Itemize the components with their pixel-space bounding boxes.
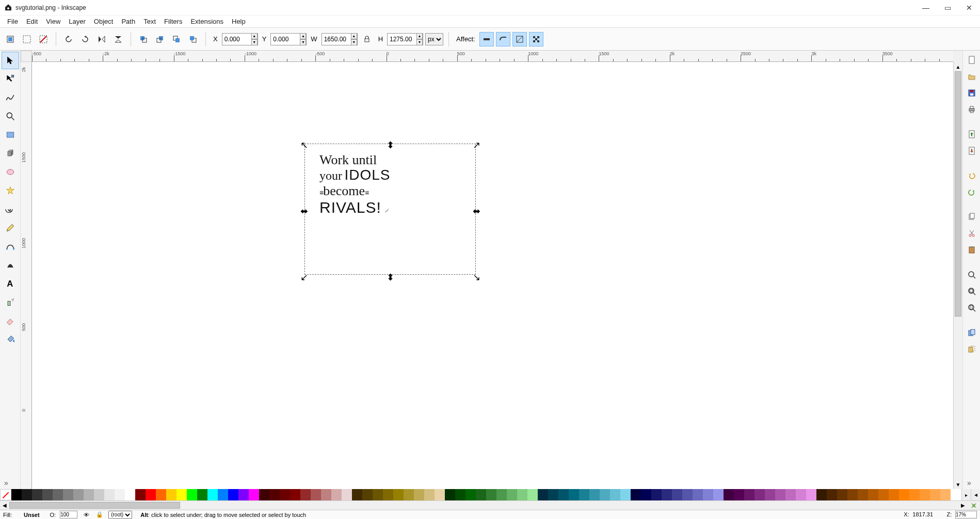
raise-top-button[interactable] <box>136 32 151 46</box>
color-swatch[interactable] <box>331 489 342 500</box>
handle-e[interactable]: ⬌ <box>473 206 480 213</box>
color-swatch[interactable] <box>631 489 641 500</box>
handle-s[interactable]: ⬍ <box>387 272 394 279</box>
vertical-scrollbar[interactable]: ▲ ▼ <box>953 62 962 489</box>
color-swatch[interactable] <box>775 489 785 500</box>
color-swatch[interactable] <box>84 489 94 500</box>
opacity-input[interactable] <box>60 511 77 518</box>
y-input[interactable]: ▲▼ <box>270 33 307 45</box>
color-swatch[interactable] <box>115 489 125 500</box>
color-swatch[interactable] <box>207 489 218 500</box>
color-swatch[interactable] <box>197 489 207 500</box>
scroll-thumb-v[interactable] <box>955 71 961 317</box>
copy-button[interactable] <box>965 210 979 224</box>
color-swatch[interactable] <box>569 489 579 500</box>
affect-corners-button[interactable] <box>496 32 510 46</box>
color-swatch[interactable] <box>558 489 569 500</box>
text-tool[interactable]: A <box>2 275 19 292</box>
tweak-tool[interactable] <box>2 89 19 106</box>
toolbox-more-icon[interactable]: » <box>4 479 8 487</box>
color-swatch[interactable] <box>527 489 538 500</box>
color-swatch[interactable] <box>73 489 84 500</box>
menu-path[interactable]: Path <box>117 17 139 26</box>
menu-filters[interactable]: Filters <box>160 17 186 26</box>
quick-zoom-icon[interactable] <box>968 501 980 510</box>
menu-help[interactable]: Help <box>228 17 250 26</box>
color-swatch[interactable] <box>352 489 362 500</box>
handle-n[interactable]: ⬍ <box>387 139 394 147</box>
color-swatch[interactable] <box>538 489 548 500</box>
color-swatch[interactable] <box>269 489 280 500</box>
cut-button[interactable] <box>965 226 979 241</box>
zoom-selection-button[interactable] <box>965 268 979 282</box>
close-button[interactable]: ✕ <box>965 3 974 12</box>
color-swatch[interactable] <box>465 489 476 500</box>
ruler-horizontal[interactable]: -500-2k-1500-1000-5000500100015002k25003… <box>32 51 953 62</box>
color-swatch[interactable] <box>796 489 806 500</box>
scroll-down-icon[interactable]: ▼ <box>954 480 962 489</box>
horizontal-scrollbar[interactable]: ◀ ▶ <box>0 500 980 510</box>
3dbox-tool[interactable] <box>2 145 19 162</box>
color-swatch[interactable] <box>899 489 909 500</box>
select-all-layers-button[interactable] <box>3 32 18 46</box>
scroll-right-icon[interactable]: ▶ <box>958 501 968 510</box>
color-swatch[interactable] <box>373 489 383 500</box>
color-swatch[interactable] <box>517 489 527 500</box>
selector-tool[interactable] <box>2 52 19 69</box>
zoom-tool[interactable] <box>2 107 19 125</box>
color-swatch[interactable] <box>693 489 703 500</box>
rotate-ccw-button[interactable] <box>61 32 76 46</box>
color-swatch[interactable] <box>496 489 507 500</box>
handle-w[interactable]: ⬌ <box>300 206 308 213</box>
save-button[interactable] <box>965 86 979 100</box>
node-tool[interactable] <box>2 70 19 88</box>
color-swatch[interactable] <box>63 489 73 500</box>
color-swatch[interactable] <box>548 489 558 500</box>
handle-se[interactable]: ↘ <box>473 272 480 279</box>
color-swatch[interactable] <box>589 489 600 500</box>
handle-ne[interactable]: ↗ <box>473 139 480 147</box>
rectangle-tool[interactable] <box>2 126 19 144</box>
bucket-tool[interactable] <box>2 331 19 348</box>
color-swatch[interactable] <box>507 489 517 500</box>
commands-more-icon[interactable]: » <box>967 479 971 487</box>
pencil-tool[interactable] <box>2 219 19 237</box>
star-tool[interactable] <box>2 182 19 199</box>
color-swatch[interactable] <box>878 489 889 500</box>
menu-text[interactable]: Text <box>139 17 160 26</box>
ellipse-tool[interactable] <box>2 163 19 181</box>
color-swatch[interactable] <box>672 489 682 500</box>
ruler-vertical[interactable]: 2k150010005000 <box>21 62 32 489</box>
layer-lock-toggle[interactable]: 🔒 <box>95 511 104 519</box>
flip-vertical-button[interactable] <box>111 32 125 46</box>
color-swatch[interactable] <box>362 489 373 500</box>
color-swatch[interactable] <box>280 489 290 500</box>
color-swatch[interactable] <box>22 489 32 500</box>
color-swatch[interactable] <box>455 489 465 500</box>
x-input[interactable]: ▲▼ <box>222 33 258 45</box>
flip-horizontal-button[interactable] <box>94 32 109 46</box>
color-swatch[interactable] <box>290 489 300 500</box>
color-swatch[interactable] <box>166 489 176 500</box>
deselect-button[interactable] <box>36 32 51 46</box>
fill-value[interactable]: Unset <box>24 512 40 518</box>
color-swatch[interactable] <box>104 489 115 500</box>
color-swatch[interactable] <box>238 489 249 500</box>
color-swatch[interactable] <box>135 489 146 500</box>
eraser-tool[interactable] <box>2 312 19 329</box>
spiral-tool[interactable] <box>2 200 19 218</box>
no-fill-swatch[interactable] <box>0 489 11 500</box>
select-all-button[interactable] <box>20 32 34 46</box>
paste-button[interactable] <box>965 243 979 257</box>
color-swatch[interactable] <box>682 489 693 500</box>
calligraphy-tool[interactable] <box>2 256 19 274</box>
h-input[interactable]: ▲▼ <box>387 33 423 45</box>
color-swatch[interactable] <box>651 489 662 500</box>
color-swatch[interactable] <box>847 489 858 500</box>
new-doc-button[interactable] <box>965 53 979 67</box>
color-swatch[interactable] <box>176 489 187 500</box>
maximize-button[interactable]: ▭ <box>943 3 952 12</box>
menu-extensions[interactable]: Extensions <box>186 17 228 26</box>
palette-menu-icon[interactable]: ◂ <box>971 489 980 500</box>
print-button[interactable] <box>965 102 979 117</box>
